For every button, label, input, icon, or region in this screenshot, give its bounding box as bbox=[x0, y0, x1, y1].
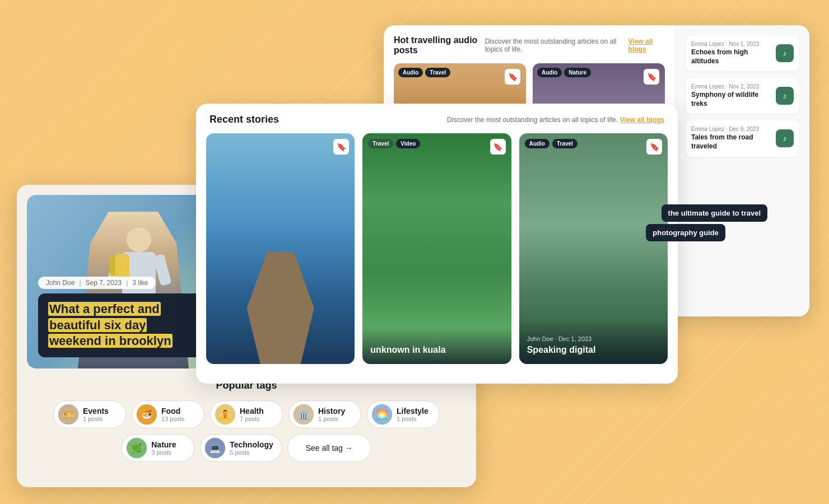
audio-list-info-1: Emma Lopez · Nov 1, 2023 Echoes from hig… bbox=[691, 41, 770, 66]
hero-separator: | bbox=[79, 279, 81, 287]
audio-list-info-2: Emma Lopez · Nov 2, 2023 Symphony of wil… bbox=[691, 83, 770, 108]
tag-name-health: Health bbox=[240, 407, 264, 416]
tag-item-events[interactable]: 🎫 Events 1 posts bbox=[53, 400, 126, 428]
tag-info-events: Events 1 posts bbox=[83, 407, 109, 422]
story-bookmark-2[interactable]: 🔖 bbox=[490, 139, 506, 155]
audio-list-item-3[interactable]: Emma Lopez · Dec 9, 2023 Tales from the … bbox=[686, 120, 799, 156]
badge-travel-1: Travel bbox=[425, 68, 450, 77]
tag-name-events: Events bbox=[83, 407, 109, 416]
audio-header-right: Discover the most outstanding articles o… bbox=[485, 38, 665, 53]
tag-item-health[interactable]: 🧘 Health 7 posts bbox=[210, 400, 283, 428]
hero-author: John Doe bbox=[46, 279, 74, 287]
svg-rect-12 bbox=[115, 254, 129, 279]
svg-text:🎫: 🎫 bbox=[63, 409, 74, 420]
tag-item-food[interactable]: 🍜 Food 13 posts bbox=[132, 400, 204, 428]
audio-post-badges-2: Audio Nature bbox=[537, 68, 591, 77]
tag-item-history[interactable]: 🏛️ History 1 posts bbox=[288, 400, 361, 428]
svg-text:💻: 💻 bbox=[209, 443, 221, 454]
tag-name-history: History bbox=[318, 407, 345, 416]
audio-view-all-link[interactable]: View all blogs bbox=[628, 38, 665, 53]
svg-point-4 bbox=[127, 227, 151, 252]
badge-audio-1: Audio bbox=[398, 68, 423, 77]
story-bookmark-3[interactable]: 🔖 bbox=[646, 139, 662, 155]
tag-info-food: Food 13 posts bbox=[161, 407, 185, 422]
audio-list-item-1[interactable]: Emma Lopez · Nov 1, 2023 Echoes from hig… bbox=[686, 35, 799, 71]
audio-subtitle: Discover the most outstanding articles o… bbox=[485, 38, 626, 53]
audio-list-item-2[interactable]: Emma Lopez · Nov 2, 2023 Symphony of wil… bbox=[686, 78, 799, 114]
tag-item-lifestyle[interactable]: 🌅 Lifestyle 1 posts bbox=[367, 400, 440, 428]
audio-list-panel: Emma Lopez · Nov 1, 2023 Echoes from hig… bbox=[675, 25, 809, 316]
tag-name-food: Food bbox=[161, 407, 185, 416]
audio-play-btn-3[interactable]: ♪ bbox=[776, 129, 794, 147]
stories-grid: 🔖 Travel Video 🔖 unknown in kuala Audio … bbox=[196, 133, 678, 374]
tag-count-events: 1 posts bbox=[83, 416, 109, 422]
audio-play-btn-1[interactable]: ♪ bbox=[776, 44, 794, 62]
popular-tags-section: Popular tags 🎫 Events 1 posts bbox=[17, 368, 476, 473]
story-card-1[interactable]: 🔖 bbox=[206, 133, 355, 364]
story-badges-3: Audio Travel bbox=[525, 139, 577, 148]
hero-meta: John Doe | Sep 7, 2023 | 3 like bbox=[38, 277, 156, 289]
health-icon: 🧘 bbox=[215, 404, 235, 424]
hero-date: Sep 7, 2023 bbox=[86, 279, 122, 287]
svg-text:🧘: 🧘 bbox=[220, 409, 231, 420]
hero-title-line1: What a perfect and bbox=[48, 302, 161, 316]
bookmark-audio-2[interactable]: 🔖 bbox=[644, 69, 659, 85]
story-badges-2: Travel Video bbox=[368, 139, 420, 148]
story-title-3: Speaking digital bbox=[527, 344, 660, 356]
badge-audio-story3: Audio bbox=[525, 139, 549, 148]
card-recent-stories: Recent stories Discover the most outstan… bbox=[196, 104, 678, 384]
audio-list-author-1: Emma Lopez · Nov 1, 2023 bbox=[691, 41, 770, 47]
tag-thumb-technology: 💻 bbox=[205, 438, 225, 458]
badge-audio-2: Audio bbox=[537, 68, 562, 77]
badge-travel-story3: Travel bbox=[552, 139, 577, 148]
events-icon: 🎫 bbox=[58, 404, 78, 424]
tag-thumb-lifestyle: 🌅 bbox=[372, 404, 392, 424]
story-overlay-3: John Doe · Dec 1, 2023 Speaking digital bbox=[519, 319, 668, 364]
tag-item-technology[interactable]: 💻 Technology 5 posts bbox=[200, 434, 282, 462]
audio-header: Hot travelling audio posts Discover the … bbox=[394, 35, 665, 55]
svg-text:🌅: 🌅 bbox=[376, 409, 388, 420]
audio-section-title: Hot travelling audio posts bbox=[394, 35, 485, 55]
hero-title-line2: beautiful six day bbox=[48, 318, 147, 332]
tooltip-1: the ultimate guide to travel bbox=[662, 204, 767, 222]
svg-rect-13 bbox=[110, 256, 115, 276]
technology-icon: 💻 bbox=[205, 438, 225, 458]
audio-list-author-2: Emma Lopez · Nov 2, 2023 bbox=[691, 83, 770, 90]
stories-header-right: Discover the most outstanding articles o… bbox=[447, 116, 664, 124]
tooltip-2: photography guide bbox=[646, 224, 725, 241]
audio-play-btn-2[interactable]: ♪ bbox=[776, 87, 794, 105]
badge-travel-story2: Travel bbox=[368, 139, 393, 148]
nature-icon: 🌿 bbox=[127, 438, 147, 458]
stories-header: Recent stories Discover the most outstan… bbox=[196, 104, 678, 133]
stories-view-all-link[interactable]: View all blogs bbox=[620, 116, 664, 124]
svg-text:🍜: 🍜 bbox=[141, 409, 152, 420]
story-author-3: John Doe · Dec 1, 2023 bbox=[527, 335, 660, 342]
story-title-2: unknown in kuala bbox=[370, 344, 503, 356]
audio-list-title-1: Echoes from high altitudes bbox=[691, 48, 770, 66]
story-card-2[interactable]: Travel Video 🔖 unknown in kuala bbox=[362, 133, 511, 364]
tag-thumb-history: 🏛️ bbox=[294, 404, 314, 424]
bookmark-audio-1[interactable]: 🔖 bbox=[505, 69, 520, 85]
tag-name-lifestyle: Lifestyle bbox=[397, 407, 429, 416]
tag-count-history: 1 posts bbox=[318, 416, 345, 422]
story-card-3[interactable]: Audio Travel 🔖 John Doe · Dec 1, 2023 Sp… bbox=[519, 133, 668, 364]
tag-name-technology: Technology bbox=[230, 440, 273, 449]
story-bookmark-1[interactable]: 🔖 bbox=[333, 139, 349, 155]
audio-list-title-3: Tales from the road traveled bbox=[691, 133, 770, 151]
badge-video-story2: Video bbox=[396, 139, 420, 148]
audio-list-author-3: Emma Lopez · Dec 9, 2023 bbox=[691, 126, 770, 132]
svg-text:🏛️: 🏛️ bbox=[298, 409, 309, 420]
tag-item-nature[interactable]: 🌿 Nature 3 posts bbox=[122, 434, 194, 462]
tag-thumb-health: 🧘 bbox=[215, 404, 235, 424]
badge-nature-2: Nature bbox=[564, 68, 591, 77]
history-icon: 🏛️ bbox=[294, 404, 314, 424]
see-all-tags-button[interactable]: See all tag → bbox=[287, 434, 371, 462]
tag-count-nature: 3 posts bbox=[151, 449, 176, 456]
see-all-label: See all tag → bbox=[306, 444, 353, 452]
tag-info-lifestyle: Lifestyle 1 posts bbox=[397, 407, 429, 422]
lifestyle-icon: 🌅 bbox=[372, 404, 392, 424]
hero-separator2: | bbox=[126, 279, 128, 287]
tag-info-history: History 1 posts bbox=[318, 407, 345, 422]
tag-count-food: 13 posts bbox=[161, 416, 185, 422]
tag-info-technology: Technology 5 posts bbox=[230, 440, 273, 456]
